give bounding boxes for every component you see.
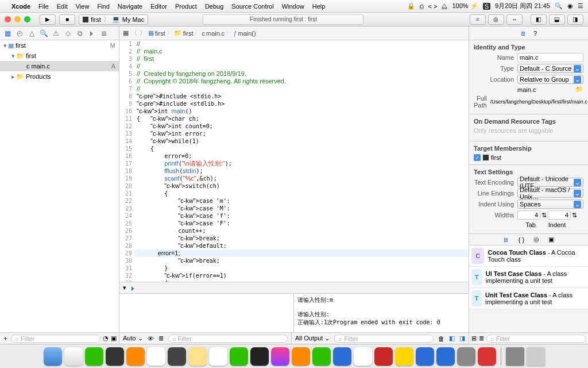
dock-appstore[interactable] [436,347,455,366]
lock-icon[interactable]: 🔒 [407,2,415,10]
menu-source-control[interactable]: Source Control [231,3,273,10]
indent-using-select[interactable]: Spaces⌄ [517,200,583,209]
crumb-project[interactable]: first [155,30,165,37]
source-control-navigator-tab[interactable]: ◴ [14,29,25,37]
quick-help-tab[interactable]: ? [533,30,537,37]
dock-trash[interactable] [527,347,545,366]
debug-navigator-tab[interactable]: ⧉ [75,29,85,37]
add-icon[interactable]: ＋ [2,334,9,343]
nav-forward-button[interactable]: 〉 [140,29,146,37]
related-items-icon[interactable]: ▦ [123,29,129,37]
standard-editor-button[interactable]: ≡ [470,14,486,25]
object-library-tab[interactable]: ◎ [533,236,539,243]
dock-safari[interactable] [64,347,83,366]
toggle-debug-button[interactable]: ⬓ [549,14,565,25]
code-icon[interactable]: < > [428,3,438,10]
dock-siri[interactable] [250,347,269,366]
console-output[interactable]: 请输入性别:m 请输入性别: 正确输入:1次Program ended with… [294,294,469,334]
sogou-icon[interactable]: S [483,3,490,10]
products-row[interactable]: ▸📁 Products [0,71,119,82]
code-snippet-library-tab[interactable]: { } [519,236,524,243]
folder-choose-icon[interactable]: 📁 [575,86,583,93]
dock-dashboard[interactable] [168,347,186,366]
library-item[interactable]: TUI Test Case Class - A class implementi… [469,267,588,288]
close-window-button[interactable] [5,16,11,22]
search-icon[interactable]: 🔍 [555,2,563,10]
issue-navigator-tab[interactable]: ⚠ [51,29,61,37]
dock-keynote[interactable] [333,347,351,366]
printer-icon[interactable]: ⎙ [420,3,424,10]
file-template-library-tab[interactable]: 🗎 [503,236,509,243]
breakpoint-navigator-tab[interactable]: ⏵ [87,29,97,37]
dock-finder[interactable] [44,347,62,366]
dock-downloads[interactable] [506,347,524,366]
dock-messages[interactable] [230,347,248,366]
type-select[interactable]: Default - C Source⌄ [517,64,583,73]
recent-icon[interactable]: ◔ [103,335,109,342]
project-navigator-tab[interactable]: ▦ [2,29,13,37]
menu-file[interactable]: File [38,3,49,10]
stop-button[interactable]: ■ [59,14,75,25]
menu-window[interactable]: Window [282,3,304,10]
dock-reminders[interactable] [147,347,165,366]
source-code[interactable]: // // main.c // first // // Created by f… [134,40,469,282]
library-item[interactable]: TUnit Test Case Class - A class implemen… [469,288,588,309]
symbol-navigator-tab[interactable]: △ [26,29,37,37]
location-select[interactable]: Relative to Group⌄ [517,75,583,84]
menu-edit[interactable]: Edit [57,3,68,10]
dock-wechat[interactable] [85,347,103,366]
target-checkbox[interactable]: ✓ [474,154,481,161]
line-endings-select[interactable]: Default - macOS / Unix…⌄ [517,189,583,198]
dock-notes[interactable] [188,347,207,366]
file-inspector-tab[interactable]: 🗎 [520,30,527,37]
source-editor[interactable]: 1234567891011121314151617181920212223242… [119,40,469,282]
dock-generic[interactable] [478,347,496,366]
dock-ibooks[interactable] [126,347,145,366]
app-menu[interactable]: Xcode [11,3,30,10]
battery-status[interactable]: 100% ⚡ [452,2,478,10]
library-item[interactable]: CCocoa Touch Class - A Cocoa Touch class [469,246,588,267]
show-console-icon[interactable]: ◨ [459,335,465,342]
auto-scope-select[interactable]: Auto ⌄ [123,335,143,342]
menu-view[interactable]: View [76,3,90,10]
notifications-icon[interactable]: ☰ [578,2,583,10]
test-navigator-tab[interactable]: ◇ [63,29,73,37]
breakpoint-toggle-icon[interactable]: ⏵ [130,285,136,292]
encoding-select[interactable]: Default - Unicode (UTF…⌄ [517,178,583,187]
eye-icon[interactable]: 👁 [148,335,154,342]
trash-icon[interactable]: 🗑 [438,335,444,342]
zoom-window-button[interactable] [24,16,30,22]
group-row[interactable]: ▾📁 first [0,51,119,61]
crumb-symbol[interactable]: main() [238,30,256,37]
version-editor-button[interactable]: ↔ [506,14,523,25]
assistant-editor-button[interactable]: ◎ [488,14,504,25]
stepper-icon[interactable]: ⇅ [572,212,577,219]
output-scope-select[interactable]: All Output ⌄ [295,335,330,342]
crumb-file[interactable]: main.c [206,30,225,37]
variables-view[interactable] [119,294,294,334]
quicklook-icon[interactable]: ≣ [158,335,164,342]
menu-product[interactable]: Product [175,3,197,10]
dock-compass[interactable] [106,347,124,366]
toggle-inspector-button[interactable]: ◨ [567,14,583,25]
minimize-window-button[interactable] [14,16,21,22]
crumb-group[interactable]: first [183,30,194,37]
dock-qq[interactable] [354,347,372,366]
variables-filter[interactable]: ⌕ Filter [168,335,288,343]
scheme-selector[interactable]: first 〉 💻 My Mac [79,14,148,25]
hide-debug-icon[interactable]: ▾ [123,284,126,292]
tab-width-field[interactable]: 4 [517,210,540,220]
dock-numbers[interactable] [312,347,331,366]
jump-bar[interactable]: ▦ first〉 📁 first〉 c main.c〉 ƒ main() [148,29,256,37]
file-row-main-c[interactable]: c main.c A [0,61,119,71]
dock-itunes[interactable] [271,347,289,366]
toggle-navigator-button[interactable]: ◧ [531,14,547,25]
list-icon[interactable]: ≣ [479,335,484,342]
dock-qqmusic[interactable] [395,347,413,366]
menu-editor[interactable]: Editor [150,3,167,10]
navigator-filter[interactable]: ⌕ Filter [11,335,100,343]
menubar-clock[interactable]: 9月20日 周四 21:45 [495,2,550,10]
run-button[interactable]: ▶ [40,14,56,25]
grid-icon[interactable]: ⊞ [471,335,477,342]
indent-width-field[interactable]: 4 [548,210,571,220]
